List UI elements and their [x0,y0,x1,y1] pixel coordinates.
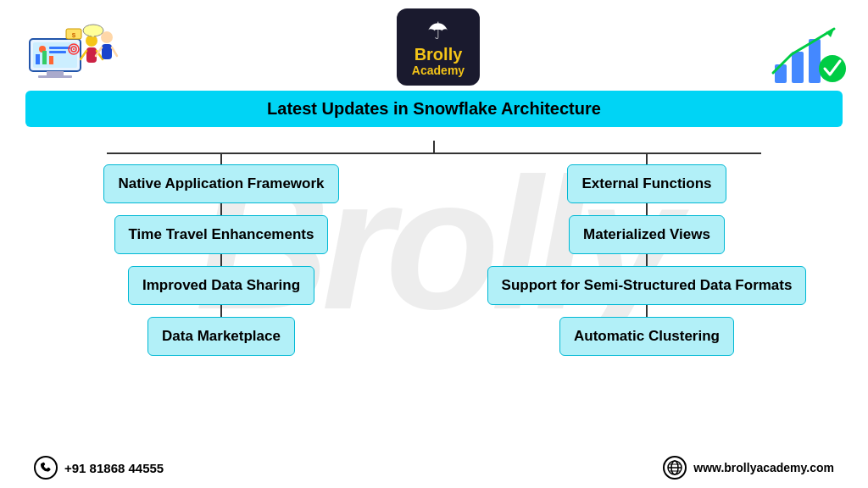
svg-rect-18 [42,51,47,64]
svg-rect-25 [775,64,787,83]
svg-rect-5 [49,47,70,49]
svg-rect-1 [47,71,64,75]
branch-line-left-2 [220,203,222,215]
logo-center: ☂ Brolly Academy [397,8,480,86]
footer-website: www.brollyacademy.com [663,456,834,480]
logo-brand: Brolly [412,45,465,64]
illustration-right [766,22,843,86]
feature-external-functions: External Functions [567,164,726,203]
feature-native-app: Native Application Framework [103,164,338,203]
svg-line-9 [81,51,86,59]
svg-rect-26 [792,52,804,83]
title-bar: Latest Updates in Snowflake Architecture [25,91,843,127]
svg-rect-2 [38,75,72,78]
globe-icon [663,456,687,480]
branch-line-right-1 [646,154,648,164]
logo-box: ☂ Brolly Academy [397,8,480,86]
logo-umbrella: ☂ [412,17,465,45]
website-url: www.brollyacademy.com [693,461,834,474]
svg-point-29 [819,55,846,82]
svg-rect-6 [49,51,66,53]
trunk-line-top [433,141,435,152]
branch-line-left-1 [220,154,222,164]
left-branch-col: Native Application Framework Time Travel… [25,154,417,356]
two-col-container: Native Application Framework Time Travel… [25,154,843,356]
main-container: $ ☂ Brolly Academy [0,0,868,488]
header-row: $ ☂ Brolly Academy [25,8,843,86]
branch-line-right-3 [646,254,648,266]
branch-line-right-4 [646,305,648,317]
svg-line-14 [112,47,117,56]
feature-data-sharing: Improved Data Sharing [128,266,314,305]
svg-rect-19 [49,56,53,64]
feature-semi-structured: Support for Semi-Structured Data Formats [487,266,807,305]
feature-auto-clustering: Automatic Clustering [559,317,734,356]
footer-row: +91 81868 44555 www.brollyacademy.com [25,451,843,480]
svg-point-15 [83,25,103,36]
feature-materialized-views: Materialized Views [569,215,725,254]
svg-text:$: $ [72,31,76,39]
tree-section: Native Application Framework Time Travel… [25,141,843,451]
svg-rect-17 [36,54,40,64]
footer-phone: +91 81868 44555 [34,456,164,480]
branch-line-left-4 [220,305,222,317]
right-branch-col: External Functions Materialized Views Su… [451,154,843,356]
branch-line-left-3 [220,254,222,266]
logo-sub: Academy [412,64,465,77]
branch-line-right-2 [646,203,648,215]
phone-number: +91 81868 44555 [64,461,164,475]
svg-rect-27 [809,39,821,83]
feature-time-travel: Time Travel Enhancements [114,215,329,254]
svg-point-22 [73,48,75,50]
feature-data-marketplace: Data Marketplace [147,317,295,356]
svg-rect-12 [102,44,112,59]
phone-icon [34,456,58,480]
illustration-left: $ [25,22,110,86]
